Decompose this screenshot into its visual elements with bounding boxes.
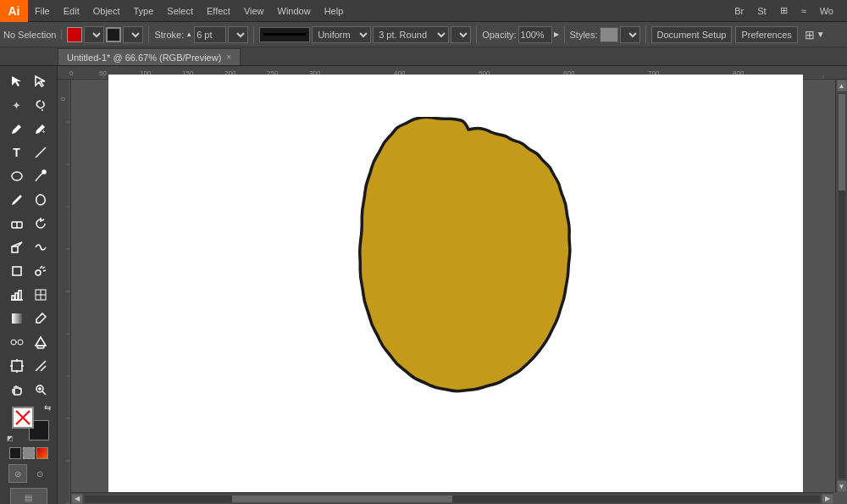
tool-row-12 <box>0 330 57 354</box>
pen-tool[interactable] <box>5 117 29 141</box>
canvas-area[interactable]: 0 50 100 150 200 250 300 400 <box>58 66 847 504</box>
preferences-button[interactable]: Preferences <box>735 26 797 43</box>
layers-btn[interactable]: ▤ <box>10 488 47 504</box>
tool-row-7 <box>0 212 57 235</box>
document-setup-button[interactable]: Document Setup <box>651 26 733 43</box>
blend-tool[interactable] <box>5 330 29 354</box>
artboard[interactable] <box>108 75 803 504</box>
text-tool[interactable]: T <box>5 141 29 164</box>
tab-close-button[interactable]: × <box>226 53 231 62</box>
menu-object[interactable]: Object <box>86 0 127 21</box>
symbol-sprayer-tool[interactable] <box>29 259 53 283</box>
stroke-size-input[interactable] <box>194 26 226 43</box>
warp-tool[interactable] <box>29 235 53 259</box>
magic-wand-tool[interactable]: ✦ <box>5 93 29 117</box>
appearance-btn[interactable]: ⊙ <box>30 464 49 483</box>
pencil-tool[interactable] <box>5 188 29 212</box>
tool-row-5 <box>0 164 57 188</box>
svg-rect-16 <box>15 293 18 300</box>
tool-row-6 <box>0 188 57 212</box>
stroke-profile-dropdown[interactable]: Uniform <box>312 26 371 43</box>
arrange-icon[interactable]: ⊞ <box>805 28 815 42</box>
color-guide-btn[interactable]: ⊘ <box>8 464 27 483</box>
selection-tool[interactable] <box>5 69 29 93</box>
direct-selection-tool[interactable] <box>29 69 53 93</box>
lasso-tool[interactable] <box>29 93 53 117</box>
svg-point-4 <box>42 170 46 174</box>
styles-dropdown[interactable]: ▼ <box>620 26 640 43</box>
blob-brush-tool[interactable] <box>29 188 53 212</box>
options-toolbar: No Selection ▼ ▼ Stroke: ▲ ▼ Uniform 3 p… <box>0 22 847 47</box>
menu-select[interactable]: Select <box>160 0 200 21</box>
scroll-down-btn[interactable]: ▼ <box>837 480 847 492</box>
scrollbar-vertical[interactable]: ▲ ▼ <box>835 80 847 492</box>
menu-edit[interactable]: Edit <box>57 0 86 21</box>
column-graph-tool[interactable] <box>5 283 29 307</box>
svg-rect-27 <box>37 346 44 348</box>
svg-line-23 <box>41 313 42 315</box>
live-paint-bucket-tool[interactable] <box>29 330 53 354</box>
stroke-icon[interactable] <box>106 27 121 42</box>
swap-colors-icon[interactable]: ⇆ <box>44 403 51 413</box>
zoom-tool[interactable] <box>29 378 53 402</box>
document-tab[interactable]: Untitled-1* @ 66.67% (RGB/Preview) × <box>58 48 241 65</box>
brush-dropdown-arrow[interactable]: ▼ <box>451 26 471 43</box>
menu-effect[interactable]: Effect <box>200 0 237 21</box>
hand-tool[interactable] <box>5 378 29 402</box>
eraser-tool[interactable] <box>5 212 29 235</box>
stroke-up-arrow[interactable]: ▲ <box>185 30 192 38</box>
ellipse-tool[interactable] <box>5 164 29 188</box>
small-swatch-3[interactable] <box>36 447 48 459</box>
workspace-btn[interactable]: ⊞ <box>773 5 794 16</box>
small-swatch-1[interactable] <box>9 447 21 459</box>
scrollbar-thumb-h[interactable] <box>232 496 452 502</box>
fill-dropdown[interactable]: ▼ <box>84 26 104 43</box>
stock-btn[interactable]: St <box>750 6 772 16</box>
opacity-arrow[interactable]: ▶ <box>554 30 559 38</box>
stroke-size-dropdown[interactable]: ▼ <box>228 26 248 43</box>
menu-type[interactable]: Type <box>127 0 161 21</box>
default-colors-icon[interactable]: ◩ <box>7 435 14 442</box>
small-swatch-2[interactable] <box>23 447 35 459</box>
svg-text:50: 50 <box>99 69 107 77</box>
svg-rect-10 <box>13 267 21 275</box>
scrollbar-horizontal[interactable]: ◀ ▶ <box>71 492 833 504</box>
free-transform-tool[interactable] <box>5 259 29 283</box>
paintbrush-tool[interactable] <box>29 164 53 188</box>
scroll-up-btn[interactable]: ▲ <box>837 80 847 91</box>
artboard-tool[interactable] <box>5 354 29 378</box>
scrollbar-track-h[interactable] <box>85 496 820 502</box>
scale-tool[interactable] <box>5 235 29 259</box>
tool-row-10 <box>0 283 57 307</box>
gradient-tool[interactable] <box>5 307 29 330</box>
arrange-arrow[interactable]: ▼ <box>817 30 825 39</box>
slice-tool[interactable] <box>29 354 53 378</box>
no-selection-label: No Selection <box>3 30 56 40</box>
add-anchor-tool[interactable]: + <box>29 117 53 141</box>
fill-color-swatch-panel[interactable] <box>12 407 34 429</box>
scroll-left-btn[interactable]: ◀ <box>71 494 83 504</box>
svg-text:+: + <box>42 128 46 136</box>
stroke-profile-group: Uniform 3 pt. Round ▼ <box>259 26 477 43</box>
menu-window[interactable]: Window <box>271 0 318 21</box>
workspace-label[interactable]: Wo <box>813 6 840 16</box>
scrollbar-thumb-v[interactable] <box>839 94 845 191</box>
mesh-tool[interactable] <box>29 283 53 307</box>
scrollbar-track-v[interactable] <box>839 93 845 479</box>
shape-container[interactable] <box>346 117 591 481</box>
bridge-btn[interactable]: Br <box>728 6 750 16</box>
eyedropper-tool[interactable] <box>29 307 53 330</box>
layers-btn-container: ▤ <box>10 488 47 504</box>
opacity-input[interactable] <box>518 26 552 43</box>
brush-type-dropdown[interactable]: 3 pt. Round <box>373 26 449 43</box>
scroll-right-btn[interactable]: ▶ <box>822 494 833 504</box>
stroke-dropdown[interactable]: ▼ <box>123 26 143 43</box>
menu-help[interactable]: Help <box>318 0 351 21</box>
rotate-tool[interactable] <box>29 212 53 235</box>
styles-swatch[interactable] <box>600 27 618 42</box>
line-tool[interactable] <box>29 141 53 164</box>
menu-file[interactable]: File <box>28 0 57 21</box>
tool-row-1 <box>0 69 57 93</box>
fill-color-swatch[interactable] <box>67 27 82 42</box>
menu-view[interactable]: View <box>237 0 271 21</box>
